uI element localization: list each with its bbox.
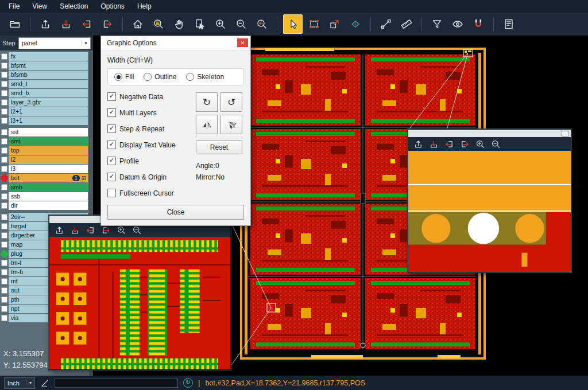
layer-visibility-checkbox[interactable] <box>1 108 7 115</box>
checkbox-display-text-value[interactable]: ✓Display Text Value <box>107 141 196 149</box>
layer-row-bfsmb[interactable]: bfsmb <box>0 71 88 79</box>
layer-visibility-checkbox[interactable] <box>1 63 7 69</box>
zoom-window-titlebar[interactable] <box>408 130 571 137</box>
layer-row-smb[interactable]: smb <box>0 183 88 192</box>
checkbox-fullscreen-cursor[interactable]: Fullscreen Cursor <box>107 189 196 197</box>
zoom-out-button[interactable] <box>232 15 250 33</box>
layer-visibility-checkbox[interactable] <box>1 260 7 266</box>
layer-name[interactable]: sst <box>9 128 88 136</box>
menu-file[interactable]: File <box>2 1 26 11</box>
layer-visibility-checkbox[interactable] <box>1 202 7 209</box>
layer-name[interactable]: smb <box>9 183 88 192</box>
layer-row-l2[interactable]: l2 <box>0 155 88 164</box>
layer-visibility-checkbox[interactable] <box>1 53 7 60</box>
layer-visibility-checkbox[interactable] <box>1 241 7 248</box>
export-up-button[interactable] <box>36 15 55 33</box>
layer-name[interactable]: top <box>9 146 88 155</box>
close-icon[interactable]: ✕ <box>237 38 248 47</box>
import-left-button[interactable] <box>83 224 98 236</box>
layer-visibility-checkbox[interactable] <box>1 90 7 96</box>
checkbox-step-repeat[interactable]: ✓Step & Repeat <box>107 124 196 133</box>
menu-help[interactable]: Help <box>131 1 158 11</box>
window-button-icon[interactable] <box>562 131 569 136</box>
layer-visibility-checkbox[interactable] <box>1 315 7 321</box>
layer-name[interactable]: ssb <box>9 192 88 201</box>
rotate-cw-button[interactable]: ↻ <box>196 92 218 112</box>
export-right-button[interactable] <box>98 15 117 33</box>
import-down-button[interactable] <box>68 224 82 236</box>
layer-visibility-checkbox[interactable] <box>1 287 7 294</box>
layer-name[interactable]: smd_b <box>9 89 88 98</box>
layer-visibility-checkbox[interactable] <box>1 297 7 303</box>
export-up-button[interactable] <box>52 224 67 236</box>
layer-name[interactable]: smd_t <box>9 80 88 88</box>
layer-row-dir[interactable]: dir <box>0 201 88 210</box>
report-list-button[interactable] <box>500 15 518 33</box>
menu-selection[interactable]: Selection <box>53 1 94 11</box>
checkbox-multi-layers[interactable]: ✓Multi Layers <box>107 108 196 117</box>
layer-row-top[interactable]: top <box>0 146 88 155</box>
layer-name[interactable]: dir <box>9 201 88 210</box>
layer-name[interactable]: smt <box>9 137 88 146</box>
command-input[interactable] <box>55 378 178 388</box>
zoom-window-right[interactable] <box>408 129 571 272</box>
ruler-button[interactable] <box>397 15 416 33</box>
filter-button[interactable] <box>428 15 446 33</box>
rotate-ccw-button[interactable]: ↺ <box>220 92 242 112</box>
layer-row-smd_t[interactable]: smd_t <box>0 80 88 88</box>
step-combo[interactable]: panel ▾ <box>18 37 91 49</box>
layer-row-bfsmt[interactable]: bfsmt <box>0 61 88 70</box>
import-left-button[interactable] <box>78 15 96 33</box>
menu-view[interactable]: View <box>26 1 53 11</box>
refresh-icon[interactable]: ↻ <box>183 378 193 388</box>
folder-open-button[interactable] <box>6 15 24 33</box>
dialog-titlebar[interactable]: Graphic Options ✕ <box>101 36 250 50</box>
layer-name[interactable]: bfsmb <box>9 71 88 79</box>
close-button[interactable]: Close <box>107 205 244 220</box>
layer-visibility-checkbox[interactable] <box>1 99 7 106</box>
layer-row-bot[interactable]: bot1⊞ <box>0 174 88 182</box>
radio-outline[interactable]: Outline <box>144 73 176 81</box>
zoom-region-button[interactable] <box>149 15 168 33</box>
import-down-button[interactable] <box>57 15 75 33</box>
unit-combo[interactable]: Inch ▾ <box>4 377 35 389</box>
menu-options[interactable]: Options <box>95 1 131 11</box>
layer-name[interactable]: fx <box>9 52 88 61</box>
export-up-button[interactable] <box>411 138 425 150</box>
layer-visibility-checkbox[interactable] <box>1 193 7 200</box>
radio-fill[interactable]: Fill <box>114 73 134 81</box>
layer-visibility-checkbox[interactable] <box>1 232 7 239</box>
layer-visibility-checkbox[interactable] <box>1 118 7 124</box>
layer-row-l3+1[interactable]: l3+1 <box>0 116 88 125</box>
checkbox-negative-data[interactable]: ✓Negative Data <box>107 92 196 101</box>
corner-tool-icon[interactable] <box>40 379 49 388</box>
import-down-button[interactable] <box>427 138 441 150</box>
layer-row-l2+1[interactable]: l2+1 <box>0 107 88 116</box>
layer-row-fx[interactable]: fx <box>0 52 88 61</box>
layer-visibility-checkbox[interactable] <box>1 138 7 145</box>
layer-row-l3[interactable]: l3 <box>0 165 88 173</box>
reset-button[interactable]: Reset <box>196 140 242 154</box>
zoom-window-bottom-left[interactable] <box>49 215 231 370</box>
home-button[interactable] <box>129 15 147 33</box>
zoom-out-button[interactable] <box>489 138 503 150</box>
layer-name[interactable]: l2+1 <box>9 107 88 116</box>
measure-line-button[interactable] <box>377 15 395 33</box>
eye-button[interactable] <box>448 15 467 33</box>
layer-name[interactable]: l3+1 <box>9 116 88 125</box>
zoom-previous-button[interactable] <box>253 15 271 33</box>
layer-visibility-checkbox[interactable] <box>1 214 7 220</box>
layer-visibility-checkbox[interactable] <box>1 166 7 172</box>
layer-visibility-checkbox[interactable] <box>1 184 7 190</box>
layer-visibility-checkbox[interactable] <box>1 157 7 163</box>
chevron-down-icon[interactable]: ▾ <box>81 40 90 46</box>
layer-row-sst[interactable]: sst <box>0 128 88 136</box>
zoom-in-button[interactable] <box>473 138 488 150</box>
layer-visibility-checkbox[interactable] <box>1 223 7 229</box>
layer-row-smt[interactable]: smt <box>0 137 88 146</box>
transform-move-button[interactable] <box>326 15 344 33</box>
layer-visibility-checkbox[interactable] <box>1 72 7 78</box>
export-right-button[interactable] <box>458 138 472 150</box>
select-pointer-button[interactable] <box>283 14 303 34</box>
zoom-in-button[interactable] <box>211 15 230 33</box>
